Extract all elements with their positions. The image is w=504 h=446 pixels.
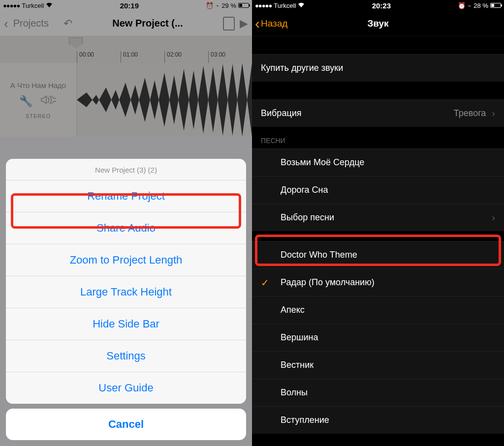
list-item[interactable]: ✓ Радар (По умолчанию) <box>252 268 504 296</box>
bluetooth-icon: ⌁ <box>468 2 472 9</box>
cell-value: Тревога <box>454 108 489 119</box>
timeline-ruler[interactable]: 00:00 01:00 02:00 03:00 <box>0 36 252 63</box>
battery-icon <box>490 3 501 8</box>
menu-rename-project[interactable]: Rename Project <box>6 180 246 212</box>
action-sheet-title: New Project (3) (2) <box>6 159 246 180</box>
song-label: Выбор песни <box>281 212 334 223</box>
timeline-tick: 03:00 <box>208 51 252 63</box>
speaker-icon[interactable] <box>40 94 57 108</box>
list-item[interactable]: Вестник <box>252 351 504 379</box>
cell-label: Купить другие звуки <box>261 63 343 73</box>
track-sidebar: А Что Нам Надо 🔧 STEREO <box>0 63 77 137</box>
signal-dots-icon: ●●●●● <box>3 2 20 9</box>
menu-zoom-to-length[interactable]: Zoom to Project Length <box>6 244 246 276</box>
document-settings-icon[interactable] <box>223 17 235 30</box>
list-item[interactable]: Вступление <box>252 406 504 434</box>
stereo-label: STEREO <box>26 113 51 119</box>
bluetooth-icon: ⌁ <box>216 2 220 9</box>
back-button[interactable]: Projects <box>13 18 49 29</box>
menu-hide-side-bar[interactable]: Hide Side Bar <box>6 308 246 340</box>
checkmark-icon: ✓ <box>261 277 269 289</box>
alarm-icon: ⏰ <box>206 2 214 9</box>
timeline-tick: 02:00 <box>164 51 208 63</box>
clock-label: 20:19 <box>120 1 139 10</box>
cell-song-picker[interactable]: Выбор песни › <box>252 204 504 231</box>
play-icon[interactable]: ▶ <box>240 17 248 30</box>
song-label: Дорога Сна <box>281 185 328 195</box>
section-header-songs: ПЕСНИ <box>252 127 504 149</box>
timeline-tick: 01:00 <box>121 51 164 63</box>
menu-user-guide[interactable]: User Guide <box>6 372 246 404</box>
waveform-view[interactable] <box>77 63 252 137</box>
song-label: Апекс <box>281 305 305 315</box>
cell-label: Вибрация <box>261 108 302 119</box>
track-name-label: А Что Нам Надо <box>10 81 66 89</box>
list-item[interactable]: Волны <box>252 379 504 406</box>
carrier-label: Turkcell <box>274 2 296 9</box>
nav-title: New Project (... <box>112 18 183 29</box>
song-label: Doctor Who Theme <box>281 250 357 260</box>
cancel-button[interactable]: Cancel <box>6 409 246 440</box>
wifi-icon <box>298 2 305 9</box>
chevron-right-icon: › <box>492 108 495 119</box>
menu-settings[interactable]: Settings <box>6 340 246 372</box>
cell-buy-sounds[interactable]: Купить другие звуки <box>252 54 504 82</box>
list-item[interactable]: Апекс <box>252 296 504 324</box>
list-item[interactable]: Возьми Моё Сердце <box>252 149 504 176</box>
battery-percent: 29 % <box>221 2 236 9</box>
wifi-icon <box>46 2 53 9</box>
song-label: Вершина <box>281 332 318 343</box>
song-label: Вестник <box>281 360 314 370</box>
list-item[interactable]: Дорога Сна <box>252 176 504 204</box>
cell-vibration[interactable]: Вибрация Тревога › <box>252 99 504 127</box>
nav-bar: ‹ Projects ↶ New Project (... ▶ <box>0 11 252 36</box>
status-bar: ●●●●● Turkcell 20:19 ⏰ ⌁ 29 % <box>0 0 252 11</box>
song-label: Вступление <box>281 415 329 425</box>
signal-dots-icon: ●●●●● <box>255 2 272 9</box>
nav-title: Звук <box>367 18 388 29</box>
track-row: А Что Нам Надо 🔧 STEREO <box>0 63 252 137</box>
menu-share-audio[interactable]: Share Audio <box>6 212 246 244</box>
right-screenshot: ●●●●● Turkcell 20:23 ⏰ ⌁ 28 % ‹ Назад Зв… <box>252 0 504 446</box>
song-label: Возьми Моё Сердце <box>281 157 364 168</box>
back-chevron-icon: ‹ <box>255 16 260 31</box>
alarm-icon: ⏰ <box>458 2 466 9</box>
battery-percent: 28 % <box>473 2 488 9</box>
back-button[interactable]: ‹ Назад <box>255 11 287 36</box>
action-sheet: New Project (3) (2) Rename Project Share… <box>6 159 246 440</box>
list-item[interactable]: Doctor Who Theme <box>252 241 504 268</box>
song-label: Волны <box>281 387 308 398</box>
left-screenshot: ●●●●● Turkcell 20:19 ⏰ ⌁ 29 % ‹ Projects… <box>0 0 252 446</box>
clock-label: 20:23 <box>372 1 391 10</box>
nav-bar: ‹ Назад Звук <box>252 11 504 36</box>
timeline-tick: 00:00 <box>77 51 121 63</box>
carrier-label: Turkcell <box>22 2 44 9</box>
wrench-icon[interactable]: 🔧 <box>19 95 32 108</box>
playhead-icon[interactable] <box>69 37 83 48</box>
back-label: Назад <box>261 18 287 29</box>
back-chevron-icon[interactable]: ‹ <box>4 17 8 30</box>
undo-icon[interactable]: ↶ <box>63 17 72 30</box>
chevron-right-icon: › <box>492 212 495 223</box>
song-label: Радар (По умолчанию) <box>281 277 375 288</box>
battery-icon <box>238 3 249 8</box>
status-bar: ●●●●● Turkcell 20:23 ⏰ ⌁ 28 % <box>252 0 504 11</box>
menu-large-track-height[interactable]: Large Track Height <box>6 276 246 308</box>
list-item[interactable]: Вершина <box>252 324 504 351</box>
divider <box>252 231 504 241</box>
